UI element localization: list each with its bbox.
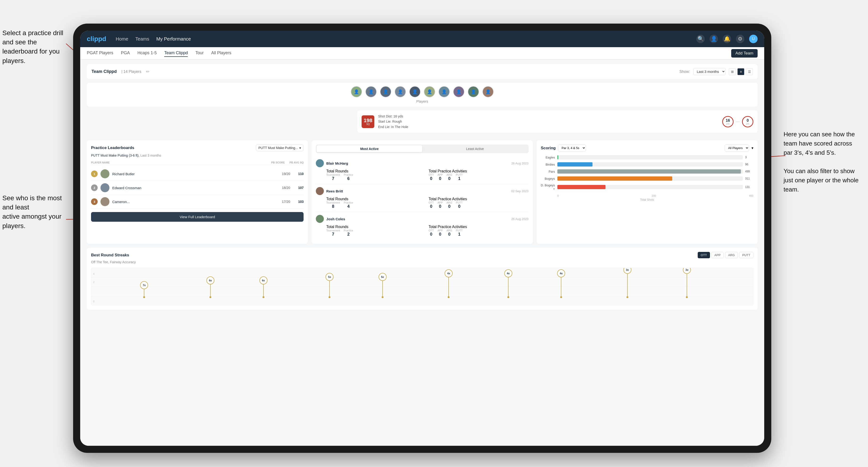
tab-most-active[interactable]: Most Active — [316, 145, 422, 152]
leaderboard-drill-dropdown[interactable]: PUTT Must Make Putting... ▾ — [256, 145, 304, 151]
pa-avatar-1 — [316, 159, 324, 167]
subnav-allplayers[interactable]: All Players — [211, 50, 231, 57]
rank-badge-3: 3 — [91, 198, 98, 205]
nav-links: Home Teams My Performance — [116, 35, 696, 43]
streak-filter-ott[interactable]: OTT — [698, 252, 710, 258]
pa-date-3: 26 Aug 2023 — [512, 217, 529, 221]
player-avatar-7[interactable]: 👤 — [438, 86, 450, 97]
leaderboard-row-1[interactable]: 1 Richard Butler 19/20 110 — [91, 167, 304, 181]
score-bar-track-dbogeys — [557, 185, 743, 189]
notifications-icon[interactable]: 🔔 — [723, 35, 731, 43]
streak-pin-4x-2: 4x — [504, 269, 512, 298]
player-activity-2: Rees Britt 02 Sep 2023 Total Rounds Tour… — [316, 184, 528, 212]
practice-activities-label-2: Total Practice Activities — [429, 197, 467, 201]
annotation-right: Here you can see how theteam have scored… — [783, 130, 859, 194]
player-avatar-10[interactable]: 👤 — [483, 86, 494, 97]
streak-filter-app[interactable]: APP — [711, 252, 724, 258]
subnav-pga[interactable]: PGA — [121, 50, 130, 57]
search-icon[interactable]: 🔍 — [696, 35, 705, 43]
subnav-hcaps[interactable]: Hcaps 1-5 — [137, 50, 157, 57]
subnav-pgat[interactable]: PGAT Players — [87, 50, 113, 57]
pa-name-1: Blair McHarg — [326, 161, 509, 165]
show-period-select[interactable]: Last 3 months — [693, 68, 725, 75]
players-section: 👤 👤 👤 👤 👤 👤 👤 👤 👤 👤 Players — [87, 83, 757, 106]
leaderboard-row-2[interactable]: 2 Edward Crossman 18/20 107 — [91, 181, 304, 195]
practice-activities-label-3: Total Practice Activities — [429, 225, 467, 229]
scoring-par-filter[interactable]: Par 3, 4 & 5s — [558, 145, 586, 151]
score-bar-fill-eagles — [557, 155, 559, 159]
lb-score-3: 17/20 — [277, 200, 290, 204]
tab-least-active[interactable]: Least Active — [422, 145, 528, 152]
lb-avg-3: 103 — [293, 200, 304, 204]
score-bar-track-birdies — [557, 162, 743, 166]
shot-circle-start: 16 yds — [722, 116, 734, 127]
player-avatar-4[interactable]: 👤 — [395, 86, 406, 97]
player-avatar-2[interactable]: 👤 — [365, 86, 377, 97]
view-full-leaderboard-button[interactable]: View Full Leaderboard — [91, 212, 304, 222]
leaderboard-row-3[interactable]: 3 Cameron... 17/20 103 — [91, 195, 304, 209]
lb-score-1: 19/20 — [277, 172, 290, 176]
subnav: PGAT Players PGA Hcaps 1-5 Team Clippd T… — [80, 47, 764, 59]
player-avatar-3[interactable]: 👤 — [380, 86, 391, 97]
player-avatar-1[interactable]: 👤 — [351, 86, 362, 97]
edit-team-icon[interactable]: ✏ — [146, 69, 150, 74]
user-avatar[interactable]: U — [749, 35, 757, 43]
pa-avatar-2 — [316, 187, 324, 195]
streaks-filter-group: OTT APP ARG PUTT — [698, 252, 753, 258]
players-avatars: 👤 👤 👤 👤 👤 👤 👤 👤 👤 👤 — [351, 86, 494, 97]
streak-pin-4x-1: 4x — [445, 269, 453, 298]
lb-avatar-2 — [100, 183, 110, 192]
pa-name-2: Rees Britt — [326, 189, 509, 193]
player-avatar-9[interactable]: 👤 — [468, 86, 479, 97]
shot-number: 198 SQ — [362, 115, 374, 128]
score-bar-track-eagles — [557, 155, 743, 159]
player-avatar-8[interactable]: 👤 — [453, 86, 464, 97]
nav-link-myperformance[interactable]: My Performance — [156, 35, 191, 43]
score-bar-fill-bogeys — [557, 177, 673, 181]
streaks-title: Best Round Streaks — [91, 253, 129, 257]
lb-score-2: 18/20 — [277, 186, 290, 190]
pa-date-1: 26 Aug 2023 — [512, 161, 529, 165]
subnav-tour[interactable]: Tour — [195, 50, 204, 57]
player-avatar-5[interactable]: 👤 — [409, 86, 421, 97]
tablet-screen: clippd Home Teams My Performance 🔍 👤 🔔 ⚙… — [80, 31, 764, 446]
streak-pin-5x-2: 5x — [379, 273, 386, 298]
total-rounds-label-1: Total Rounds — [326, 169, 348, 173]
grid-view-icon[interactable]: ⊞ — [729, 68, 736, 75]
pa-avatar-3 — [316, 215, 324, 223]
player-activity-3: Josh Coles 26 Aug 2023 Total Rounds Tour… — [316, 212, 528, 240]
total-rounds-label-3: Total Rounds — [326, 225, 348, 229]
lb-avg-1: 110 — [293, 172, 304, 176]
add-team-button[interactable]: Add Team — [731, 49, 757, 58]
score-bar-track-pars — [557, 169, 743, 174]
player-avatar-6[interactable]: 👤 — [424, 86, 435, 97]
score-row-dbogeys: D. Bogeys + 131 — [541, 184, 753, 191]
player-activity-1: Blair McHarg 26 Aug 2023 Total Rounds To… — [316, 156, 528, 184]
streak-filter-putt[interactable]: PUTT — [739, 252, 753, 258]
lb-avatar-1 — [100, 169, 110, 178]
chevron-down-icon: ▾ — [299, 146, 301, 150]
rank-badge-2: 2 — [91, 184, 98, 191]
profile-icon[interactable]: 👤 — [710, 35, 718, 43]
players-label: Players — [416, 99, 428, 103]
streak-filter-arg[interactable]: ARG — [725, 252, 738, 258]
nav-link-home[interactable]: Home — [116, 35, 128, 43]
scoring-players-filter[interactable]: All Players — [724, 145, 749, 151]
annotation-top-left: Select a practice drill and see the lead… — [2, 28, 68, 65]
streak-pin-5x-1: 5x — [326, 273, 334, 298]
shot-circle-end: 0 yds — [742, 116, 753, 127]
nav-logo: clippd — [87, 35, 106, 43]
nav-link-teams[interactable]: Teams — [135, 35, 149, 43]
streak-pin-3x-1: 3x — [623, 268, 631, 298]
scoring-card: Scoring Par 3, 4 & 5s All Players ▾ Eagl… — [536, 140, 757, 244]
drill-subtitle: PUTT Must Make Putting (3-6 ft), Last 3 … — [91, 154, 304, 157]
score-bar-fill-birdies — [557, 162, 592, 166]
list-view-icon[interactable]: ≡ — [737, 68, 744, 75]
detail-view-icon[interactable]: ☰ — [746, 68, 753, 75]
scoring-xaxis: 0 200 400 — [541, 193, 753, 197]
leaderboard-card-header: Practice Leaderboards PUTT Must Make Put… — [91, 145, 304, 151]
navbar: clippd Home Teams My Performance 🔍 👤 🔔 ⚙… — [80, 31, 764, 47]
subnav-teamclippd[interactable]: Team Clippd — [164, 50, 188, 57]
settings-icon[interactable]: ⚙ — [736, 35, 744, 43]
annotation-bottom-left: See who is the most and leastactive amon… — [2, 193, 68, 230]
